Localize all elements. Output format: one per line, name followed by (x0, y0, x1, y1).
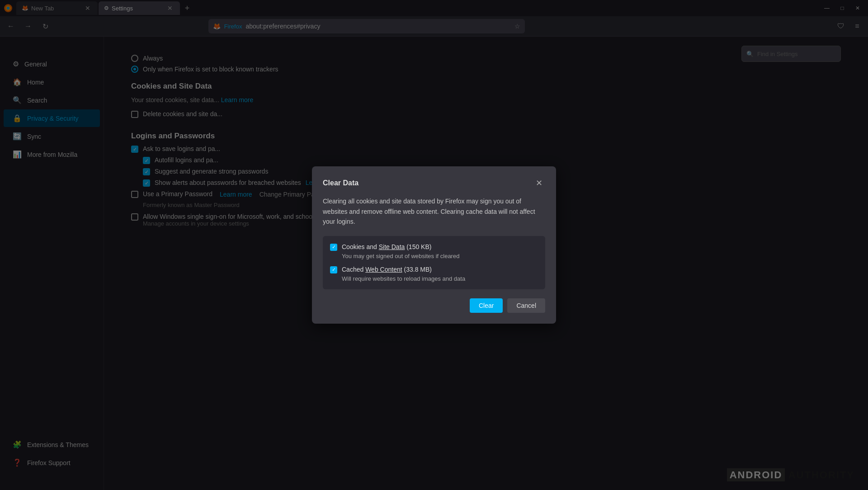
modal-options: ✓ Cookies and Site Data (150 KB) You may… (323, 236, 545, 289)
cookies-label-underline: Site Data (379, 243, 405, 250)
cache-option: ✓ Cached Web Content (33.8 MB) Will requ… (330, 266, 538, 282)
cache-label-underline: Web Content (365, 266, 402, 273)
clear-data-modal: Clear Data ✕ Clearing all cookies and si… (312, 166, 556, 323)
cache-label-size: (33.8 MB) (402, 266, 432, 273)
modal-overlay: Clear Data ✕ Clearing all cookies and si… (0, 0, 868, 490)
clear-button[interactable]: Clear (470, 298, 503, 313)
cookies-option-label: Cookies and Site Data (150 KB) (342, 243, 431, 250)
cache-option-label: Cached Web Content (33.8 MB) (342, 266, 432, 273)
modal-footer: Clear Cancel (323, 298, 545, 313)
cache-option-sub: Will require websites to reload images a… (342, 275, 538, 282)
cookies-option-row: ✓ Cookies and Site Data (150 KB) (330, 243, 538, 251)
cookies-option: ✓ Cookies and Site Data (150 KB) You may… (330, 243, 538, 259)
modal-close-button[interactable]: ✕ (533, 177, 545, 189)
modal-header: Clear Data ✕ (323, 177, 545, 189)
cache-label-plain: Cached (342, 266, 365, 273)
cancel-button[interactable]: Cancel (507, 298, 545, 313)
cookies-option-checkbox[interactable]: ✓ (330, 244, 337, 251)
cache-option-checkbox[interactable]: ✓ (330, 266, 337, 273)
modal-description: Clearing all cookies and site data store… (323, 196, 545, 226)
cookies-option-sub: You may get signed out of websites if cl… (342, 253, 538, 259)
cache-option-row: ✓ Cached Web Content (33.8 MB) (330, 266, 538, 273)
cookies-label-size: (150 KB) (405, 243, 431, 250)
modal-title: Clear Data (323, 179, 359, 187)
cookies-label-plain: Cookies and (342, 243, 379, 250)
